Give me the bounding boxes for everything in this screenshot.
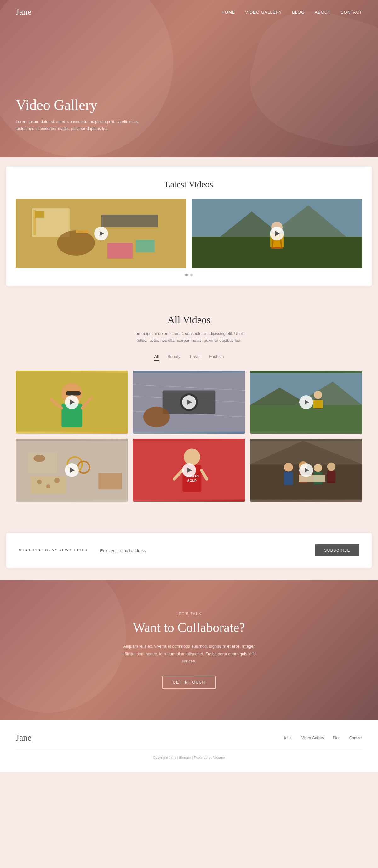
nav-blog[interactable]: BLOG xyxy=(292,10,304,14)
latest-videos-heading: Latest Videos xyxy=(16,179,362,189)
all-videos-heading: All Videos xyxy=(16,314,362,326)
svg-point-66 xyxy=(314,464,322,472)
footer-copyright: Copyright Jane | Blogger | Powered by Vl… xyxy=(16,756,362,760)
collaborate-heading: Want to Collaborate? xyxy=(16,620,362,635)
svg-rect-69 xyxy=(327,471,336,483)
svg-rect-3 xyxy=(33,210,36,235)
svg-rect-9 xyxy=(76,230,89,233)
nav-about[interactable]: ABOUT xyxy=(315,10,330,14)
grid-thumb-6 xyxy=(250,439,362,502)
grid-video-6[interactable] xyxy=(250,439,362,502)
grid-thumb-2 xyxy=(133,371,245,434)
svg-point-49 xyxy=(37,479,41,484)
svg-point-39 xyxy=(314,391,322,399)
get-in-touch-button[interactable]: GET IN TOUCH xyxy=(162,676,215,689)
filter-all[interactable]: All xyxy=(154,353,159,361)
collaborate-section: LET'S TALK Want to Collaborate? Aliquam … xyxy=(0,580,378,720)
grid-video-4[interactable] xyxy=(16,439,128,502)
svg-point-34 xyxy=(143,407,170,427)
svg-rect-36 xyxy=(250,405,362,432)
svg-rect-22 xyxy=(61,404,82,427)
svg-text:TOMATO: TOMATO xyxy=(185,475,199,478)
newsletter-email-input[interactable] xyxy=(100,548,303,553)
footer-nav: Home Video Gallery Blog Contact xyxy=(283,735,362,741)
footer-link-gallery[interactable]: Video Gallery xyxy=(301,736,324,740)
carousel-dots xyxy=(16,274,362,276)
svg-rect-7 xyxy=(108,243,133,259)
latest-videos-section: Latest Videos xyxy=(6,167,372,286)
newsletter-label: SUBSCRIBE TO MY NEWSLETTER xyxy=(19,548,88,553)
footer-link-blog[interactable]: Blog xyxy=(333,736,341,740)
svg-rect-2 xyxy=(35,212,45,218)
collaborate-eyebrow: LET'S TALK xyxy=(16,612,362,616)
nav-home[interactable]: HOME xyxy=(222,10,235,14)
hero-description: Lorem ipsum dolor sit amet, consectetur … xyxy=(16,118,148,132)
svg-rect-47 xyxy=(98,473,122,490)
svg-rect-70 xyxy=(299,474,325,482)
svg-text:SOUP: SOUP xyxy=(187,479,197,483)
nav-video-gallery[interactable]: VIDEO GALLERY xyxy=(245,10,282,14)
svg-point-53 xyxy=(184,449,200,465)
latest-video-1[interactable] xyxy=(16,199,186,268)
grid-video-3[interactable] xyxy=(250,371,362,434)
newsletter-section: SUBSCRIBE TO MY NEWSLETTER SUBSCRIBE xyxy=(6,533,372,568)
svg-rect-54 xyxy=(182,465,201,492)
footer: Jane Home Video Gallery Blog Contact Cop… xyxy=(0,720,378,772)
footer-logo: Jane xyxy=(16,733,31,743)
svg-point-44 xyxy=(33,455,45,462)
grid-thumb-3 xyxy=(250,371,362,434)
svg-rect-41 xyxy=(313,400,323,408)
navigation: Jane HOME VIDEO GALLERY BLOG ABOUT CONTA… xyxy=(0,0,378,24)
latest-video-2[interactable] xyxy=(192,199,362,268)
filter-fashion[interactable]: Fashion xyxy=(208,353,224,361)
page-title: Video Gallery xyxy=(16,97,362,113)
latest-video-row xyxy=(16,199,362,268)
all-videos-section: All Videos Lorem ipsum dolor sit amet, c… xyxy=(0,295,378,521)
grid-video-2[interactable] xyxy=(133,371,245,434)
grid-thumb-5: TOMATO SOUP xyxy=(133,439,245,502)
latest-video-1-thumbnail xyxy=(16,199,186,268)
grid-thumb-1 xyxy=(16,371,128,434)
dot-2[interactable] xyxy=(190,274,193,276)
svg-point-50 xyxy=(46,484,50,489)
footer-link-home[interactable]: Home xyxy=(283,736,293,740)
svg-point-15 xyxy=(271,222,283,233)
grid-thumb-4 xyxy=(16,439,128,502)
filter-travel[interactable]: Travel xyxy=(189,353,201,361)
svg-point-64 xyxy=(299,461,308,470)
svg-point-68 xyxy=(327,463,336,471)
nav-links: HOME VIDEO GALLERY BLOG ABOUT CONTACT xyxy=(222,9,362,15)
nav-contact[interactable]: CONTACT xyxy=(341,10,362,14)
dot-1[interactable] xyxy=(185,274,188,276)
svg-point-62 xyxy=(284,463,293,472)
grid-video-1[interactable] xyxy=(16,371,128,434)
svg-point-4 xyxy=(57,230,95,255)
svg-rect-5 xyxy=(101,215,158,227)
grid-video-5[interactable]: TOMATO SOUP xyxy=(133,439,245,502)
footer-link-contact[interactable]: Contact xyxy=(349,736,362,740)
svg-point-33 xyxy=(186,399,192,405)
svg-rect-23 xyxy=(66,391,81,396)
newsletter-subscribe-button[interactable]: SUBSCRIBE xyxy=(315,545,359,556)
svg-rect-8 xyxy=(136,240,155,252)
collaborate-description: Aliquam felis ex, viverra et commodo eui… xyxy=(117,643,261,665)
svg-rect-63 xyxy=(284,472,293,485)
video-grid: TOMATO SOUP xyxy=(16,371,362,502)
svg-point-51 xyxy=(55,478,60,484)
filter-beauty[interactable]: Beauty xyxy=(167,353,181,361)
nav-logo[interactable]: Jane xyxy=(16,7,31,17)
all-videos-subtitle: Lorem ipsum dolor sit amet, consectetur … xyxy=(129,330,249,344)
footer-top: Jane Home Video Gallery Blog Contact xyxy=(16,733,362,749)
latest-video-2-thumbnail xyxy=(192,199,362,268)
filter-tabs: All Beauty Travel Fashion xyxy=(16,353,362,361)
